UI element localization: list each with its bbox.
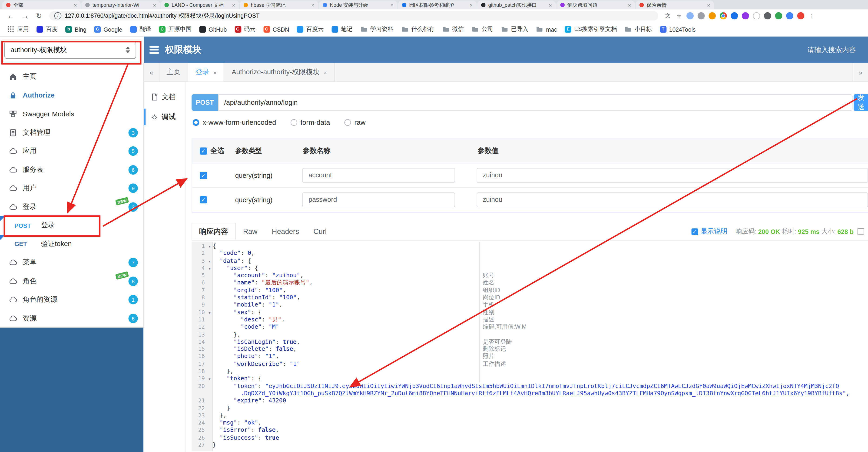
response-tab[interactable]: Raw [236, 223, 265, 240]
tab-close-icon[interactable]: × [74, 2, 77, 8]
sidebar-item[interactable]: 资源6 [0, 309, 144, 328]
tab-close-icon[interactable]: × [213, 69, 217, 76]
browser-tab[interactable]: 园区权限参考和维护× [398, 0, 476, 9]
tab-close-icon[interactable]: × [323, 69, 327, 76]
tabs-scroll-left-button[interactable]: « [144, 63, 159, 82]
fold-icon[interactable]: ▾ [209, 309, 211, 316]
sidebar-item[interactable]: 服务表6 [0, 160, 144, 179]
response-tab[interactable]: Curl [306, 223, 334, 240]
bookmark-item[interactable]: mac [532, 26, 561, 33]
bookmark-item[interactable]: 什么都有 [398, 25, 438, 33]
sidebar-item[interactable]: 主页 [0, 68, 144, 86]
bookmark-item[interactable]: 百度云 [293, 25, 328, 33]
bookmark-item[interactable]: 小目标 [621, 25, 656, 33]
param-name-input[interactable]: password [303, 192, 455, 207]
browser-tab[interactable]: 解决跨域问题× [556, 0, 635, 9]
bookmark-item[interactable]: T1024Tools [656, 26, 700, 33]
avatar-icon[interactable] [797, 12, 804, 19]
row-checkbox[interactable]: ✓ [200, 172, 207, 179]
fold-icon[interactable]: ▾ [209, 243, 211, 250]
sidebar-item[interactable]: Swagger Models [0, 105, 144, 123]
menu-dots-icon[interactable]: ⋮ [808, 12, 815, 19]
browser-tab[interactable]: Node 安装与升级× [319, 0, 398, 9]
fold-icon[interactable]: ▾ [209, 375, 211, 383]
extension-icon-2[interactable] [698, 12, 705, 19]
tab-close-icon[interactable]: × [311, 2, 314, 8]
tab-close-icon[interactable]: × [470, 2, 473, 8]
browser-tab[interactable]: 全部× [2, 0, 81, 9]
sidebar-item[interactable]: 登录NEW2 [0, 198, 144, 216]
content-type-radio[interactable]: form-data [290, 119, 330, 126]
module-select[interactable]: authority-权限模块 [4, 41, 136, 59]
page-tab[interactable]: 主页 [159, 63, 188, 82]
sidebar-item[interactable]: 应用5 [0, 142, 144, 161]
extension-icon-8[interactable] [786, 12, 794, 19]
browser-tab[interactable]: 保险亲情× [636, 0, 714, 9]
tab-close-icon[interactable]: × [232, 2, 235, 8]
bookmark-item[interactable]: 翻译 [126, 25, 155, 33]
page-tab[interactable]: Authorize-authority-权限模块× [224, 63, 335, 82]
tab-close-icon[interactable]: × [390, 2, 394, 8]
bookmark-item[interactable]: 已导入 [497, 25, 532, 33]
sidebar-toggle-icon[interactable] [150, 46, 159, 54]
sidebar-item[interactable]: 角色的资源1 [0, 290, 144, 309]
bookmark-item[interactable]: 百度 [33, 25, 62, 33]
header-search-input[interactable]: 请输入搜索内容 [807, 36, 856, 63]
response-tab[interactable]: 响应内容 [191, 223, 236, 240]
bookmark-item[interactable]: bBing [61, 26, 90, 33]
shield-icon[interactable] [764, 12, 771, 19]
extension-icon-7[interactable] [775, 12, 782, 19]
forward-button[interactable]: → [22, 12, 29, 20]
sidebar-item[interactable]: 文档管理3 [0, 123, 144, 142]
tab-close-icon[interactable]: × [707, 2, 710, 8]
extension-icon-1[interactable] [686, 12, 694, 19]
sidebar-api-item-get[interactable]: GET验证token [0, 235, 144, 253]
bookmark-item[interactable]: 笔记 [328, 25, 356, 33]
fold-icon[interactable]: ▾ [209, 257, 211, 265]
send-button[interactable]: 发送 [854, 94, 868, 111]
bookmark-star-icon[interactable]: ☆ [675, 12, 682, 19]
param-value-input[interactable]: zuihou [476, 192, 868, 207]
param-name-input[interactable]: account [303, 168, 455, 183]
content-type-radio[interactable]: raw [344, 119, 366, 126]
bookmark-item[interactable]: CCSDN [259, 26, 293, 33]
browser-tab[interactable]: hbase 学习笔记× [240, 0, 318, 9]
page-tab[interactable]: 登录× [188, 63, 224, 82]
extension-icon-3[interactable] [709, 12, 716, 19]
extension-icon-6[interactable] [753, 12, 760, 19]
select-all-checkbox[interactable]: ✓ [200, 147, 207, 154]
site-info-icon[interactable]: i [54, 12, 61, 19]
bookmark-item[interactable]: 应用 [3, 25, 33, 33]
tabs-scroll-right-button[interactable]: » [852, 63, 868, 82]
fullscreen-icon[interactable] [858, 228, 864, 235]
sidebar-item[interactable]: 菜单7 [0, 253, 144, 272]
row-checkbox[interactable]: ✓ [200, 196, 207, 203]
doc-mode-tab[interactable]: 调试 [144, 109, 186, 125]
doc-mode-tab[interactable]: 文档 [144, 89, 186, 105]
bookmark-item[interactable]: GGoogle [90, 26, 126, 33]
browser-tab[interactable]: LAND - Composer 文档× [161, 0, 239, 9]
bookmark-item[interactable]: 学习资料 [356, 25, 397, 33]
fold-icon[interactable]: ▾ [209, 265, 211, 272]
tab-close-icon[interactable]: × [153, 2, 156, 8]
show-desc-checkbox[interactable]: ✓ [691, 228, 698, 235]
extension-icon-4[interactable] [731, 12, 738, 19]
bookmark-item[interactable]: G码云 [230, 25, 259, 33]
back-button[interactable]: ← [7, 12, 14, 20]
sidebar-item[interactable]: 用户9 [0, 179, 144, 198]
extension-icon-5[interactable] [742, 12, 749, 19]
browser-tab[interactable]: temporary-interior-Wi× [81, 0, 160, 9]
reload-button[interactable]: ↻ [36, 12, 42, 20]
address-bar[interactable]: i 127.0.0.1:8760/api/gate/doc.html#/auth… [49, 11, 658, 21]
bookmark-item[interactable]: C开源中国 [155, 25, 195, 33]
tab-close-icon[interactable]: × [549, 2, 552, 8]
bookmark-item[interactable]: GitHub [195, 26, 230, 33]
content-type-radio[interactable]: x-www-form-urlencoded [193, 119, 276, 126]
browser-tab[interactable]: github_patch实现接口× [477, 0, 556, 9]
chrome-icon[interactable] [720, 12, 727, 19]
bookmark-item[interactable]: 微信 [438, 25, 468, 33]
response-tab[interactable]: Headers [265, 223, 306, 240]
sidebar-item[interactable]: 角色NEW8 [0, 272, 144, 290]
bookmark-item[interactable]: 公司 [468, 25, 497, 33]
param-value-input[interactable]: zuihou [476, 168, 868, 183]
